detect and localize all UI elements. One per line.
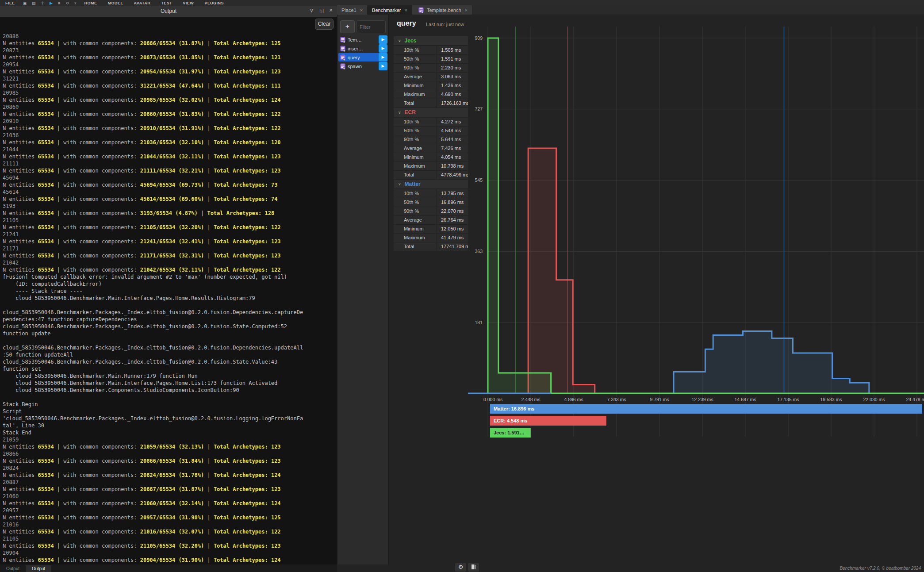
console-line: N entities 65534 | with common component… [3,266,334,273]
publish-icon[interactable]: ⇪ [38,1,47,5]
console-line: 20886 [3,33,334,40]
svg-text:22.030 ms: 22.030 ms [863,397,885,402]
console-line: N entities 65534 | with common component… [3,96,334,104]
console-line: N entities 65534 | with common component… [3,457,334,465]
svg-text:909: 909 [475,35,483,41]
console-line: N entities 65534 | with common component… [3,139,334,146]
script-icon [340,54,346,61]
script-icon [418,7,424,13]
save-icon[interactable]: ▤ [29,1,38,5]
tab-close-icon[interactable]: × [360,8,363,13]
svg-text:0.000 ms: 0.000 ms [483,397,502,402]
play-icon[interactable]: ▶ [47,1,55,5]
script-icon [340,37,346,43]
menu-model[interactable]: MODEL [103,1,129,5]
console-line: N entities 65534 | with common component… [3,68,334,75]
svg-text:4.896 ms: 4.896 ms [564,397,583,402]
console-line: 21171 [3,245,334,252]
console-line: N entities 65534 | with common component… [3,82,334,89]
svg-text:14.687 ms: 14.687 ms [734,397,756,402]
console-line: N entities 65534 | with common component… [3,210,334,217]
console-line: :50 function updateAll [3,351,334,358]
run-benchmark-button[interactable]: ▶ [379,44,387,53]
console-line: N entities 65534 | with common component… [3,486,334,493]
script-icon [340,63,346,69]
redo-caret-icon[interactable]: ▾ [72,1,79,5]
console-line: 21105 [3,535,334,542]
benchmark-item-query[interactable]: query▶ [338,53,387,61]
plugin-credit: Benchmarker v7.2.0, © boatbomber 2024 [0,566,921,571]
console-line: 20985 [3,89,334,96]
tab-close-icon[interactable]: × [465,8,468,13]
console-line: 45614 [3,188,334,196]
console-line: 21016 [3,521,334,528]
console-line: 31221 [3,75,334,82]
console-line: 20824 [3,465,334,472]
console-line: N entities 65534 | with common component… [3,54,334,61]
tab-benchmarker[interactable]: Benchmarker× [368,5,412,15]
undo-icon[interactable]: ↺ [63,1,72,5]
console-line: 21042 [3,259,334,266]
filter-input[interactable] [357,21,385,33]
svg-text:Matter: 16.896 ms: Matter: 16.896 ms [494,406,534,411]
console-line: N entities 65534 | with common component… [3,196,334,203]
svg-text:17.135 ms: 17.135 ms [777,397,799,402]
menu-test[interactable]: TEST [156,1,177,5]
console-line: 20904 [3,549,334,557]
console-line: cloud_5853950046.Benchmarker.Packages._I… [3,358,334,365]
console-line: N entities 65534 | with common component… [3,125,334,132]
output-panel-header: Output ∨ ◱ × [0,6,337,17]
console-line: N entities 65534 | with common component… [3,528,334,535]
console-line: 20860 [3,104,334,111]
output-console[interactable]: 20886N entities 65534 | with common comp… [0,17,337,564]
benchmark-item-inser[interactable]: inser…▶ [338,44,387,53]
run-benchmark-button[interactable]: ▶ [379,35,387,44]
svg-text:9.791 ms: 9.791 ms [650,397,669,402]
paste-icon[interactable]: ▣ [20,1,30,5]
close-icon[interactable]: × [329,7,333,14]
console-line: N entities 65534 | with common component… [3,167,334,174]
svg-text:Jecs: 1.591…: Jecs: 1.591… [494,430,525,435]
console-line: 'cloud_5853950046.Benchmarker.Packages._… [3,415,334,422]
legend-bar-matter [490,404,922,414]
run-benchmark-button[interactable]: ▶ [379,53,387,61]
tab-place1[interactable]: Place1× [337,5,368,15]
console-line [3,302,334,309]
svg-text:24.478 ms: 24.478 ms [906,397,924,402]
svg-text:545: 545 [475,177,483,183]
svg-text:7.343 ms: 7.343 ms [607,397,626,402]
svg-text:363: 363 [475,249,483,254]
menu-plugins[interactable]: PLUGINS [199,1,229,5]
console-line: 45694 [3,174,334,181]
run-benchmark-button[interactable]: ▶ [379,62,387,70]
console-line: pendencies:47 function captureDependenci… [3,316,334,323]
benchmark-item-spawn[interactable]: spawn▶ [338,62,387,70]
console-line: N entities 65534 | with common component… [3,542,334,549]
stop-icon[interactable]: ■ [55,1,63,5]
console-line: N entities 65534 | with common component… [3,111,334,118]
console-line: Script [3,408,334,415]
benchmark-item-tem[interactable]: Tem…▶ [338,35,387,44]
file-menu[interactable]: FILE [0,1,20,5]
menu-home[interactable]: HOME [79,1,103,5]
tab-template-bench[interactable]: Template.bench× [412,5,472,15]
tab-close-icon[interactable]: × [405,8,407,13]
console-line: 21105 [3,217,334,224]
dock-icon[interactable]: ◱ [319,8,324,14]
add-benchmark-button[interactable]: + [340,20,355,33]
console-line: N entities 65534 | with common component… [3,472,334,479]
menu-avatar[interactable]: AVATAR [129,1,156,5]
menu-view[interactable]: VIEW [177,1,199,5]
console-line: [Fusion] Computed callback error: invali… [3,273,334,280]
console-line: N entities 65534 | with common component… [3,40,334,47]
console-line: cloud_5853950046.Benchmarker.Main.Interf… [3,380,334,387]
clear-button[interactable]: Clear [315,19,334,30]
console-line: 21044 [3,146,334,153]
collapse-chevron-icon[interactable]: ∨ [310,8,314,14]
console-line: tal', Line 30 [3,422,334,429]
svg-text:2.448 ms: 2.448 ms [521,397,540,402]
console-line: cloud_5853950046.Benchmarker.Main.Runner… [3,372,334,380]
console-line [3,337,334,344]
console-line: 21060 [3,493,334,500]
svg-text:727: 727 [475,106,483,111]
